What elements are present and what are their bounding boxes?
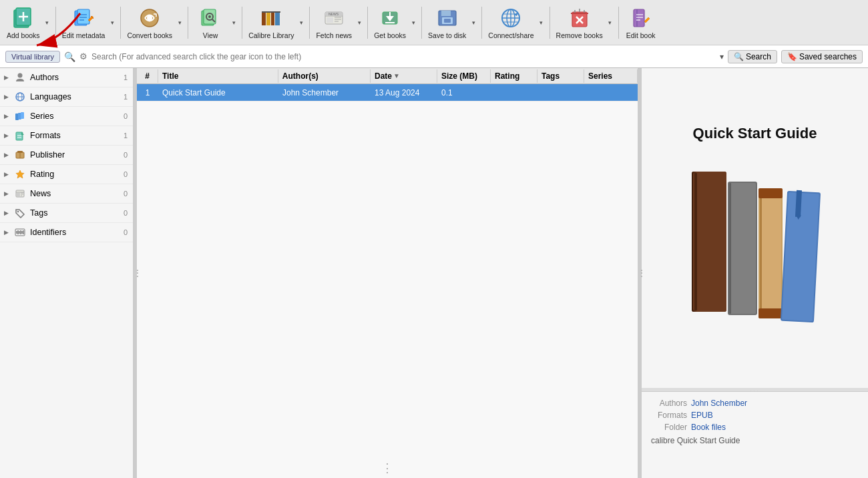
view-button[interactable]: View bbox=[192, 4, 229, 41]
identifiers-count: 0 bbox=[117, 228, 128, 236]
edit-book-group: Edit book bbox=[622, 4, 660, 41]
sep2 bbox=[120, 7, 121, 39]
search-input[interactable] bbox=[91, 52, 716, 61]
col-header-authors[interactable]: Author(s) bbox=[278, 69, 371, 83]
sidebar-item-tags[interactable]: ▶ Tags 0 bbox=[0, 204, 133, 223]
add-books-label: Add books bbox=[7, 31, 40, 39]
add-books-group: Add books ▾ bbox=[4, 4, 52, 41]
svg-rect-54 bbox=[636, 9, 638, 27]
svg-point-12 bbox=[147, 15, 152, 21]
convert-books-button[interactable]: Convert books bbox=[124, 4, 175, 41]
sidebar-item-languages[interactable]: ▶ Languages 1 bbox=[0, 87, 133, 107]
date-sort-arrow-icon: ▼ bbox=[393, 72, 400, 79]
search-icon[interactable]: 🔍 bbox=[64, 51, 75, 62]
fetch-news-button[interactable]: NEWS Fetch news bbox=[313, 4, 355, 41]
sidebar-item-authors[interactable]: ▶ Authors 1 bbox=[0, 68, 133, 87]
fetch-news-dropdown[interactable]: ▾ bbox=[355, 7, 364, 39]
svg-rect-100 bbox=[758, 188, 783, 198]
tags-count: 0 bbox=[117, 209, 128, 217]
connect-share-dropdown[interactable]: ▾ bbox=[537, 7, 546, 39]
search-button[interactable]: 🔍 Search bbox=[728, 50, 777, 63]
bottom-resize-handle[interactable]: ⋮ bbox=[137, 458, 638, 478]
col-header-title[interactable]: Title bbox=[158, 69, 278, 83]
edit-metadata-icon bbox=[71, 6, 95, 30]
fetch-news-label: Fetch news bbox=[316, 31, 352, 39]
edit-book-label: Edit book bbox=[626, 31, 656, 39]
convert-books-group: Convert books ▾ bbox=[124, 4, 184, 41]
view-dropdown[interactable]: ▾ bbox=[229, 7, 238, 39]
book-list-area: # Title Author(s) Date ▼ Size (MB) Ratin… bbox=[137, 68, 638, 478]
book-meta-footer: calibre Quick Start Guide bbox=[651, 436, 859, 445]
formats-label: Formats bbox=[30, 131, 113, 140]
col-header-size[interactable]: Size (MB) bbox=[437, 69, 491, 83]
sidebar-item-publisher[interactable]: ▶ Publisher 0 bbox=[0, 146, 133, 165]
authors-meta-label: Authors bbox=[651, 399, 687, 408]
convert-books-icon bbox=[138, 6, 162, 30]
rating-label: Rating bbox=[30, 170, 113, 179]
calibre-library-button[interactable]: Calibre Library bbox=[246, 4, 296, 41]
col-header-num: # bbox=[137, 69, 158, 83]
edit-book-button[interactable]: Edit book bbox=[622, 4, 660, 41]
add-books-dropdown[interactable]: ▾ bbox=[43, 7, 52, 39]
bookmark-icon: 🔖 bbox=[787, 52, 797, 61]
right-panel-resize-handle[interactable] bbox=[638, 68, 641, 478]
calibre-library-group: Calibre Library ▾ bbox=[246, 4, 306, 41]
search-button-label: Search bbox=[746, 52, 771, 61]
convert-books-dropdown[interactable]: ▾ bbox=[175, 7, 184, 39]
col-header-rating[interactable]: Rating bbox=[491, 69, 537, 83]
get-books-group: Get books ▾ bbox=[371, 4, 418, 41]
formats-meta-value[interactable]: EPUB bbox=[691, 411, 713, 420]
sidebar-item-series[interactable]: ▶ Series 0 bbox=[0, 107, 133, 126]
col-header-series[interactable]: Series bbox=[584, 69, 638, 83]
folder-meta-value[interactable]: Book files bbox=[691, 423, 726, 432]
sidebar-resize-handle[interactable] bbox=[134, 68, 137, 478]
get-books-label: Get books bbox=[374, 31, 406, 39]
sep8 bbox=[481, 7, 482, 39]
connect-share-button[interactable]: Connect/share bbox=[485, 4, 536, 41]
edit-metadata-button[interactable]: Edit metadata bbox=[59, 4, 108, 41]
add-books-button[interactable]: Add books bbox=[4, 4, 43, 41]
identifiers-arrow-icon: ▶ bbox=[4, 229, 9, 236]
sep4 bbox=[242, 7, 242, 39]
remove-books-button[interactable]: Remove books bbox=[554, 4, 606, 41]
save-to-disk-label: Save to disk bbox=[428, 31, 466, 39]
main-area: ▶ Authors 1 ▶ Languages 1 bbox=[0, 68, 868, 478]
save-to-disk-button[interactable]: Save to disk bbox=[425, 4, 469, 41]
col-header-tags[interactable]: Tags bbox=[537, 69, 584, 83]
search-dropdown-arrow[interactable]: ▾ bbox=[720, 52, 724, 61]
cell-title: Quick Start Guide bbox=[158, 87, 278, 99]
series-label: Series bbox=[30, 111, 113, 121]
remove-books-dropdown[interactable]: ▾ bbox=[606, 7, 615, 39]
gear-icon[interactable]: ⚙ bbox=[79, 51, 87, 61]
formats-arrow-icon: ▶ bbox=[4, 132, 9, 139]
add-books-icon bbox=[11, 6, 35, 30]
saved-searches-button[interactable]: 🔖 Saved searches bbox=[781, 50, 863, 63]
tags-icon bbox=[14, 207, 26, 219]
series-count: 0 bbox=[117, 112, 128, 120]
sidebar-item-rating[interactable]: ▶ Rating 0 bbox=[0, 165, 133, 184]
sidebar-item-formats[interactable]: ▶ Formats 1 bbox=[0, 126, 133, 146]
sep7 bbox=[421, 7, 422, 39]
save-to-disk-dropdown[interactable]: ▾ bbox=[469, 7, 478, 39]
get-books-button[interactable]: Get books bbox=[371, 4, 409, 41]
svg-point-59 bbox=[18, 73, 23, 78]
get-books-dropdown[interactable]: ▾ bbox=[409, 7, 418, 39]
calibre-library-dropdown[interactable]: ▾ bbox=[296, 7, 306, 39]
cell-author: John Schember bbox=[278, 87, 371, 99]
svg-point-80 bbox=[17, 211, 19, 212]
cell-rating bbox=[491, 91, 537, 94]
virtual-library-button[interactable]: Virtual library bbox=[5, 51, 60, 63]
svg-rect-25 bbox=[327, 17, 333, 23]
rating-icon bbox=[14, 168, 26, 180]
right-panel: Quick Start Guide CALIBRE Kovid Goyal bbox=[641, 68, 868, 478]
cell-num: 1 bbox=[137, 87, 158, 99]
fetch-news-icon: NEWS bbox=[322, 6, 346, 30]
sidebar-item-news[interactable]: ▶ News 0 bbox=[0, 184, 133, 204]
svg-point-16 bbox=[208, 15, 211, 18]
edit-metadata-label: Edit metadata bbox=[62, 31, 105, 39]
sidebar-item-identifiers[interactable]: ▶ Identifiers 0 bbox=[0, 223, 133, 242]
edit-metadata-dropdown[interactable]: ▾ bbox=[107, 7, 117, 39]
table-row[interactable]: 1 Quick Start Guide John Schember 13 Aug… bbox=[137, 84, 638, 101]
col-header-date[interactable]: Date ▼ bbox=[371, 69, 437, 83]
authors-meta-value[interactable]: John Schember bbox=[691, 399, 747, 408]
